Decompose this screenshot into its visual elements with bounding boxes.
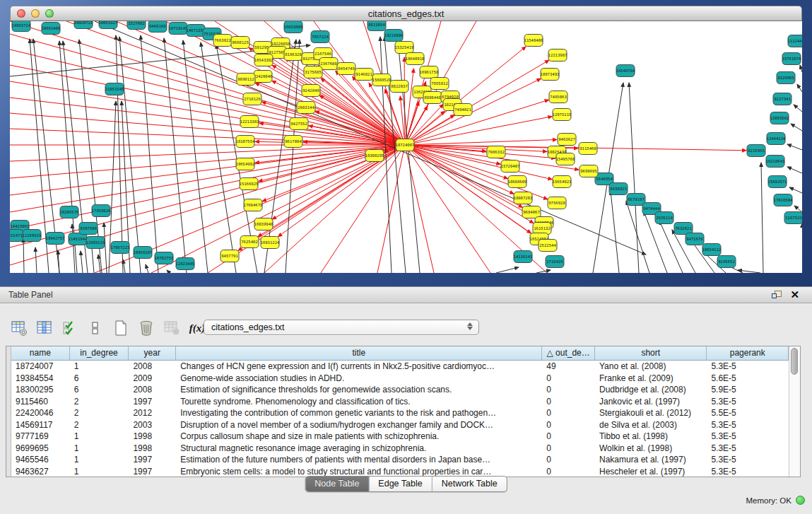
table-cell[interactable]: Estimation of significance thresholds fo… xyxy=(176,384,542,396)
table-cell[interactable]: 0 xyxy=(542,407,595,419)
black-citation-edge[interactable] xyxy=(141,35,158,273)
graph-node[interactable]: 8471676 xyxy=(686,233,704,245)
graph-node[interactable]: 17957223 xyxy=(111,242,130,254)
table-row[interactable]: 1938455462009Genome-wide association stu… xyxy=(11,373,789,385)
table-cell[interactable]: 5.3E-5 xyxy=(707,431,789,443)
graph-node[interactable]: 17604678 xyxy=(244,199,264,211)
graph-node[interactable]: 9245652 xyxy=(717,256,736,268)
graph-node[interactable]: 14136141 xyxy=(514,251,533,263)
table-cell[interactable]: 18724007 xyxy=(11,361,70,373)
table-scrollbar-thumb[interactable] xyxy=(791,348,798,375)
table-cell[interactable]: 5.6E-5 xyxy=(707,373,789,385)
network-window-titlebar[interactable]: citations_edges.txt xyxy=(10,6,802,21)
graph-node[interactable]: 22420046 xyxy=(254,71,273,83)
column-header-out_de[interactable]: △ out_de… xyxy=(542,346,595,360)
graph-node[interactable]: 14671355 xyxy=(187,25,206,37)
table-cell[interactable]: Yano et al. (2008) xyxy=(595,361,707,373)
tab-network-table[interactable]: Network Table xyxy=(433,477,507,491)
graph-node[interactable]: 2803144 xyxy=(297,102,315,114)
graph-node[interactable]: 15720407 xyxy=(501,160,520,173)
black-citation-edge[interactable] xyxy=(791,124,802,131)
graph-node[interactable]: 8454749 xyxy=(337,63,355,75)
split-divider[interactable] xyxy=(0,273,812,286)
graph-node[interactable]: 10688609 xyxy=(508,176,527,188)
table-cell[interactable]: 1 xyxy=(70,466,129,477)
table-row[interactable]: 946362711997Embryonic stem cells: a mode… xyxy=(11,466,789,477)
table-cell[interactable]: 19384554 xyxy=(11,373,70,385)
graph-node[interactable]: 10973493 xyxy=(541,69,560,81)
black-citation-edge[interactable] xyxy=(789,187,802,193)
table-row[interactable]: 1872400712008Changes of HCN gene express… xyxy=(11,361,789,373)
graph-node[interactable]: 8466160 xyxy=(148,21,167,33)
graph-node[interactable]: 19942757 xyxy=(46,233,65,245)
table-row[interactable]: 2242004622012Investigating the contribut… xyxy=(11,407,789,419)
table-cell[interactable]: 5.5E-5 xyxy=(707,407,789,419)
tab-node-table[interactable]: Node Table xyxy=(305,477,369,491)
graph-node[interactable]: 7494021 xyxy=(454,104,472,116)
graph-node[interactable]: 16961758 xyxy=(420,66,440,78)
graph-node[interactable]: 19654982 xyxy=(236,158,255,170)
graph-node[interactable]: 9617004 xyxy=(284,136,302,148)
black-citation-edge[interactable] xyxy=(104,223,107,273)
graph-node[interactable]: 15325419 xyxy=(395,42,414,54)
table-cell[interactable]: 1998 xyxy=(129,431,176,443)
table-cell[interactable]: de Silva et al. (2003) xyxy=(595,419,707,431)
black-citation-edge[interactable] xyxy=(629,83,639,273)
graph-node[interactable]: 2935114 xyxy=(655,212,673,224)
table-cell[interactable]: 5.9E-5 xyxy=(707,384,789,396)
network-canvas[interactable]: 2405572420691406189207211065332715276028… xyxy=(10,21,802,273)
table-cell[interactable]: Genome-wide association studies in ADHD. xyxy=(176,373,542,385)
show-columns-icon[interactable] xyxy=(35,319,54,337)
table-cell[interactable]: 2008 xyxy=(129,384,176,396)
black-citation-edge[interactable] xyxy=(797,84,802,92)
table-scrollbar[interactable] xyxy=(789,346,800,477)
black-citation-edge[interactable] xyxy=(611,191,619,273)
graph-node[interactable]: 18920721 xyxy=(74,21,93,29)
black-citation-edge[interactable] xyxy=(72,224,75,273)
table-cell[interactable]: 1998 xyxy=(129,443,176,455)
graph-node[interactable]: 1167533 xyxy=(784,212,802,224)
black-citation-edge[interactable] xyxy=(146,264,148,273)
delete-table-icon[interactable] xyxy=(163,319,181,337)
graph-node[interactable]: 9227341 xyxy=(773,93,792,105)
column-header-year[interactable]: year xyxy=(129,346,176,360)
graph-node[interactable]: 20206576 xyxy=(60,206,79,218)
graph-node[interactable]: 8186328 xyxy=(284,49,302,61)
graph-node[interactable]: 8938923 xyxy=(609,183,628,195)
graph-node[interactable]: 9457791 xyxy=(220,250,239,262)
table-cell[interactable]: 0 xyxy=(542,443,595,455)
table-cell[interactable]: Dudbridge et al. (2008) xyxy=(595,384,707,396)
table-cell[interactable]: 9115460 xyxy=(11,396,70,408)
graph-node[interactable]: 1615132 xyxy=(533,223,551,235)
graph-node[interactable]: 7485063 xyxy=(549,91,567,103)
black-citation-edge[interactable] xyxy=(116,35,123,273)
graph-node[interactable]: 11156829 xyxy=(23,230,42,242)
graph-node[interactable]: 2718126 xyxy=(243,93,261,105)
table-cell[interactable]: 2 xyxy=(70,419,129,431)
column-header-pagerank[interactable]: pagerank xyxy=(707,346,789,360)
graph-node[interactable]: 1733426 xyxy=(546,256,564,268)
table-cell[interactable]: 0 xyxy=(542,384,595,396)
graph-node[interactable]: 9397588 xyxy=(79,223,98,235)
graph-node[interactable]: 11548408 xyxy=(524,35,544,47)
graph-node[interactable]: 16782753 xyxy=(155,252,174,264)
graph-hub-node[interactable]: 18724007 xyxy=(396,139,415,151)
table-row[interactable]: 911546021997Tourette syndrome. Phenomeno… xyxy=(11,396,789,408)
table-cell[interactable]: 5.3E-5 xyxy=(707,396,789,408)
graph-node[interactable]: 3175685 xyxy=(304,66,322,78)
table-selector-dropdown[interactable]: citations_edges.txt xyxy=(204,320,479,335)
graph-node[interactable]: 12505115 xyxy=(86,237,105,249)
graph-node[interactable]: 9463627 xyxy=(558,134,576,146)
graph-node[interactable]: 18640910 xyxy=(406,53,425,65)
float-window-icon[interactable] xyxy=(772,291,781,299)
graph-node[interactable]: 7955812 xyxy=(430,78,449,90)
table-cell[interactable]: 0 xyxy=(542,396,595,408)
graph-node[interactable]: 7625402 xyxy=(240,236,259,248)
table-cell[interactable]: Jankovic et al. (1997) xyxy=(595,396,707,408)
graph-node[interactable]: 15692971 xyxy=(768,176,787,188)
table-row[interactable]: 946554611997Estimation of the future num… xyxy=(11,454,789,466)
table-row[interactable]: 977716911998Corpus callosum shape and si… xyxy=(11,431,789,443)
table-cell[interactable]: 2 xyxy=(70,407,129,419)
graph-node[interactable]: 9756928 xyxy=(548,197,566,209)
table-cell[interactable]: Structural magnetic resonance image aver… xyxy=(176,443,542,455)
